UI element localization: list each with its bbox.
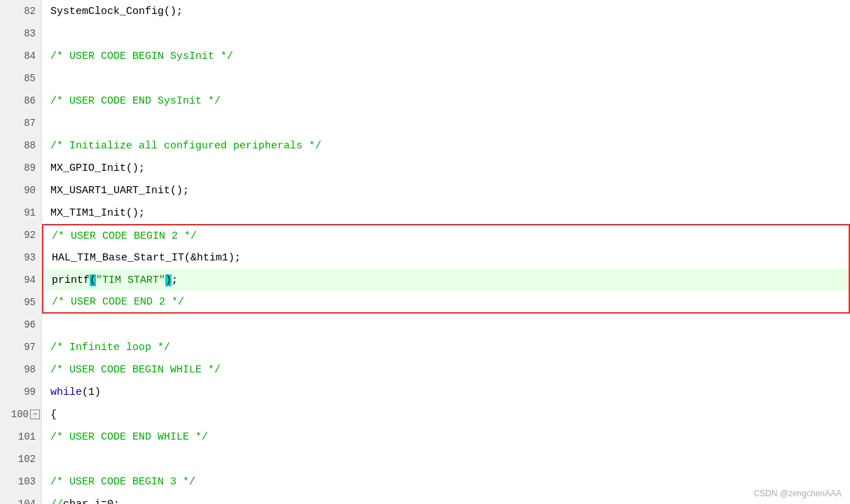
code-line: /* USER CODE BEGIN 2 */: [42, 224, 850, 246]
code-line: /* USER CODE BEGIN SysInit */: [42, 45, 850, 67]
code-line: /* USER CODE END 2 */: [42, 291, 850, 314]
code-line: printf("TIM START");: [42, 269, 850, 291]
line-number: 100−: [0, 403, 41, 426]
code-text: char i=0;: [63, 498, 120, 505]
code-line: [42, 22, 850, 45]
code-line: while (1): [42, 381, 850, 403]
code-text: /* USER CODE BEGIN WHILE */: [50, 364, 221, 376]
line-number: 88: [0, 134, 41, 157]
code-text: HAL_TIM_Base_Start_IT(&htim1);: [52, 252, 241, 264]
code-text: (1): [82, 386, 101, 398]
code-line: [42, 67, 850, 90]
code-text: /* Infinite loop */: [50, 342, 170, 354]
line-number: 92: [0, 224, 41, 246]
line-numbers: 828384858687888990919293949596979899100−…: [0, 0, 42, 504]
code-line: /* USER CODE END WHILE */: [42, 426, 850, 448]
line-number: 95: [0, 291, 41, 314]
code-editor: 828384858687888990919293949596979899100−…: [0, 0, 850, 504]
line-number: 102: [0, 448, 41, 470]
line-number: 93: [0, 246, 41, 269]
string-literal: "TIM START": [96, 274, 165, 286]
code-line: /* Infinite loop */: [42, 336, 850, 358]
code-text: MX_USART1_UART_Init();: [50, 185, 189, 197]
line-number: 97: [0, 336, 41, 358]
line-number: 86: [0, 90, 41, 112]
watermark: CSDN @zengchenAAA: [753, 489, 842, 498]
line-number: 99: [0, 381, 41, 403]
code-text: {: [50, 409, 57, 421]
code-text: /* USER CODE END WHILE */: [50, 431, 208, 443]
code-content[interactable]: SystemClock_Config(); /* USER CODE BEGIN…: [42, 0, 850, 504]
code-text: /* USER CODE BEGIN SysInit */: [50, 50, 233, 62]
code-text: /* USER CODE BEGIN 3 */: [50, 476, 195, 488]
code-line: /* USER CODE BEGIN 3 */: [42, 470, 850, 493]
code-line: /* USER CODE BEGIN WHILE */: [42, 358, 850, 381]
code-line: [42, 112, 850, 134]
code-text: //: [50, 498, 63, 505]
code-line: [42, 314, 850, 336]
code-line: /* Initialize all configured peripherals…: [42, 134, 850, 157]
line-number: 83: [0, 22, 41, 45]
code-line: // char i=0;: [42, 493, 850, 504]
code-text: printf: [52, 274, 90, 286]
line-number: 84: [0, 45, 41, 67]
code-line: /* USER CODE END SysInit */: [42, 90, 850, 112]
line-number: 91: [0, 202, 41, 224]
code-text: while: [50, 386, 82, 398]
code-text: /* USER CODE END SysInit */: [50, 95, 221, 107]
line-number: 104: [0, 493, 41, 504]
line-number: 98: [0, 358, 41, 381]
code-text: /* Initialize all configured peripherals…: [50, 140, 321, 152]
code-text: MX_TIM1_Init();: [50, 207, 145, 219]
code-line: HAL_TIM_Base_Start_IT(&htim1);: [42, 246, 850, 269]
code-line: MX_USART1_UART_Init();: [42, 179, 850, 202]
code-line: [42, 448, 850, 470]
line-number: 103: [0, 470, 41, 493]
code-text: /* USER CODE BEGIN 2 */: [52, 230, 197, 242]
line-number: 94: [0, 269, 41, 291]
paren-open: (: [90, 274, 96, 286]
code-line: {: [42, 403, 850, 426]
paren-close: ): [165, 274, 172, 286]
code-text: MX_GPIO_Init();: [50, 162, 145, 174]
collapse-icon[interactable]: −: [30, 410, 40, 419]
code-line: MX_GPIO_Init();: [42, 157, 850, 179]
line-number: 87: [0, 112, 41, 134]
line-number: 96: [0, 314, 41, 336]
code-line: MX_TIM1_Init();: [42, 202, 850, 224]
line-number: 82: [0, 0, 41, 22]
code-text: /* USER CODE END 2 */: [52, 296, 184, 308]
code-text: SystemClock_Config();: [50, 6, 183, 18]
semicolon: ;: [172, 274, 178, 286]
code-line: SystemClock_Config();: [42, 0, 850, 22]
line-number: 90: [0, 179, 41, 202]
line-number: 101: [0, 426, 41, 448]
line-number: 89: [0, 157, 41, 179]
line-number: 85: [0, 67, 41, 90]
